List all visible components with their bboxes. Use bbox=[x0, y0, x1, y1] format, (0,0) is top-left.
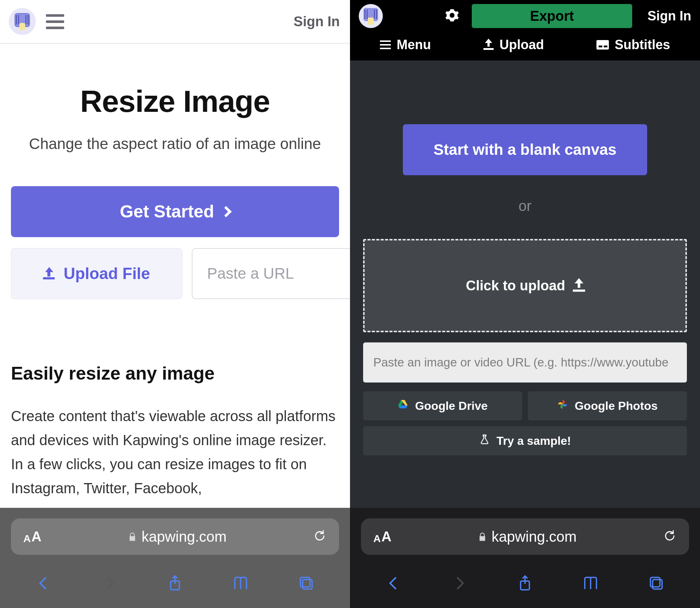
google-photos-icon bbox=[557, 399, 568, 413]
tab-upload[interactable]: Upload bbox=[483, 37, 544, 52]
url-bar[interactable]: AA kapwing.com bbox=[11, 518, 339, 555]
reload-icon[interactable] bbox=[663, 529, 677, 544]
dropzone-label: Click to upload bbox=[466, 278, 565, 294]
right-screenshot: Export Sign In Menu Upload Subtitles Sta… bbox=[350, 0, 700, 608]
tabs-button[interactable] bbox=[646, 573, 666, 593]
settings-button[interactable] bbox=[445, 8, 459, 24]
secondary-actions-row: Upload File bbox=[11, 248, 339, 299]
url-bar-container: AA kapwing.com bbox=[350, 508, 700, 565]
paste-url-input[interactable] bbox=[192, 248, 350, 299]
subtitles-icon bbox=[596, 40, 609, 50]
url-domain-text: kapwing.com bbox=[491, 529, 576, 545]
svg-rect-6 bbox=[19, 23, 25, 30]
page-subtitle: Change the aspect ratio of an image onli… bbox=[11, 133, 339, 155]
safari-bottom-chrome: AA kapwing.com bbox=[350, 508, 700, 608]
url-display: kapwing.com bbox=[47, 529, 308, 545]
text-size-icon[interactable]: AA bbox=[23, 529, 42, 545]
kapwing-logo[interactable] bbox=[359, 4, 383, 28]
upload-icon bbox=[573, 279, 585, 292]
tab-upload-label: Upload bbox=[499, 37, 544, 52]
sample-row: Try a sample! bbox=[363, 426, 687, 455]
sign-in-link[interactable]: Sign In bbox=[293, 14, 340, 30]
share-button[interactable] bbox=[515, 573, 535, 593]
bookmarks-button[interactable] bbox=[580, 573, 601, 593]
forward-button[interactable] bbox=[449, 573, 470, 593]
upload-icon bbox=[43, 268, 55, 279]
section-body-text: Create content that's viewable across al… bbox=[11, 404, 339, 500]
upload-icon bbox=[483, 40, 494, 50]
header-bar: Sign In bbox=[0, 0, 350, 44]
forward-button[interactable] bbox=[99, 573, 120, 593]
back-button[interactable] bbox=[384, 573, 404, 593]
tab-menu-label: Menu bbox=[397, 37, 431, 52]
page-title: Resize Image bbox=[11, 84, 339, 119]
chevron-right-icon bbox=[221, 206, 232, 217]
back-button[interactable] bbox=[34, 573, 54, 593]
or-separator: or bbox=[518, 198, 532, 214]
section-heading: Easily resize any image bbox=[11, 363, 339, 384]
svg-rect-17 bbox=[368, 17, 374, 25]
lock-icon bbox=[478, 529, 487, 545]
google-drive-label: Google Drive bbox=[415, 399, 487, 413]
safari-toolbar bbox=[0, 565, 350, 608]
url-display: kapwing.com bbox=[397, 529, 658, 545]
kapwing-logo[interactable] bbox=[9, 8, 36, 35]
try-sample-button[interactable]: Try a sample! bbox=[363, 426, 687, 455]
url-bar-container: AA kapwing.com bbox=[0, 508, 350, 565]
svg-rect-11 bbox=[300, 577, 310, 587]
media-url-input[interactable] bbox=[363, 342, 687, 383]
import-source-row: Google Drive Google Photos bbox=[363, 391, 687, 420]
google-photos-button[interactable]: Google Photos bbox=[528, 391, 687, 420]
safari-bottom-chrome: AA kapwing.com bbox=[0, 508, 350, 608]
lock-icon bbox=[128, 529, 137, 545]
header-left-group bbox=[9, 8, 64, 35]
safari-toolbar bbox=[350, 565, 700, 608]
url-bar[interactable]: AA kapwing.com bbox=[361, 518, 689, 555]
google-drive-icon bbox=[397, 399, 408, 413]
editor-topbar: Export Sign In bbox=[350, 0, 700, 32]
editor-tabs: Menu Upload Subtitles bbox=[350, 32, 700, 60]
export-button[interactable]: Export bbox=[472, 4, 632, 28]
tab-subtitles-label: Subtitles bbox=[615, 37, 670, 52]
upload-file-label: Upload File bbox=[63, 264, 150, 283]
tab-menu[interactable]: Menu bbox=[380, 37, 431, 52]
upload-file-button[interactable]: Upload File bbox=[11, 248, 182, 299]
gear-icon bbox=[445, 8, 459, 23]
left-screenshot: Sign In Resize Image Change the aspect r… bbox=[0, 0, 350, 608]
svg-rect-10 bbox=[303, 580, 312, 589]
google-photos-label: Google Photos bbox=[575, 399, 658, 413]
text-size-icon[interactable]: AA bbox=[373, 529, 392, 545]
bookmarks-button[interactable] bbox=[230, 573, 251, 593]
svg-rect-24 bbox=[653, 580, 662, 589]
share-button[interactable] bbox=[165, 573, 185, 593]
reload-icon[interactable] bbox=[313, 529, 327, 544]
menu-icon bbox=[380, 40, 391, 49]
flask-icon bbox=[479, 434, 490, 448]
svg-rect-25 bbox=[650, 577, 660, 587]
sign-in-link[interactable]: Sign In bbox=[648, 8, 691, 24]
tab-subtitles[interactable]: Subtitles bbox=[596, 37, 670, 52]
url-domain-text: kapwing.com bbox=[141, 529, 226, 545]
cat-logo-icon bbox=[361, 7, 380, 26]
tabs-button[interactable] bbox=[296, 573, 316, 593]
start-blank-canvas-button[interactable]: Start with a blank canvas bbox=[403, 124, 647, 175]
get-started-label: Get Started bbox=[120, 201, 214, 221]
get-started-button[interactable]: Get Started bbox=[11, 186, 339, 237]
upload-dropzone[interactable]: Click to upload bbox=[363, 239, 687, 332]
try-sample-label: Try a sample! bbox=[497, 434, 571, 448]
google-drive-button[interactable]: Google Drive bbox=[363, 391, 522, 420]
hamburger-menu-icon[interactable] bbox=[46, 14, 64, 29]
cat-logo-icon bbox=[13, 12, 32, 31]
